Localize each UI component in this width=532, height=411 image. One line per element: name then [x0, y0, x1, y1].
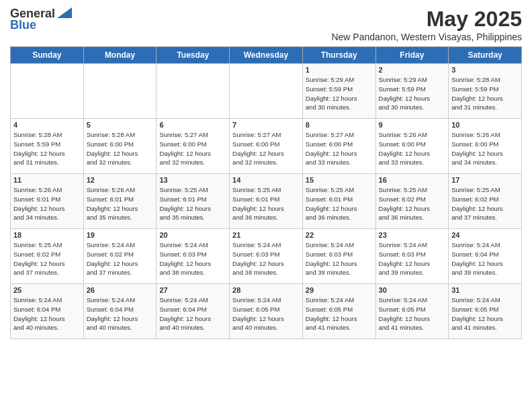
day-number: 10 — [451, 121, 519, 129]
week-row-1: 1Sunrise: 5:29 AM Sunset: 5:59 PM Daylig… — [11, 64, 522, 119]
day-info: Sunrise: 5:26 AM Sunset: 6:00 PM Dayligh… — [451, 130, 519, 167]
day-cell: 15Sunrise: 5:25 AM Sunset: 6:01 PM Dayli… — [302, 174, 375, 229]
day-cell: 26Sunrise: 5:24 AM Sunset: 6:04 PM Dayli… — [83, 284, 157, 339]
calendar-subtitle: New Pandanon, Western Visayas, Philippin… — [331, 32, 522, 42]
day-info: Sunrise: 5:24 AM Sunset: 6:03 PM Dayligh… — [379, 240, 446, 277]
week-row-4: 18Sunrise: 5:25 AM Sunset: 6:02 PM Dayli… — [11, 229, 522, 284]
day-cell: 5Sunrise: 5:28 AM Sunset: 6:00 PM Daylig… — [83, 119, 157, 174]
day-info: Sunrise: 5:25 AM Sunset: 6:02 PM Dayligh… — [451, 185, 519, 222]
day-cell: 1Sunrise: 5:29 AM Sunset: 5:59 PM Daylig… — [302, 64, 375, 119]
day-cell: 7Sunrise: 5:27 AM Sunset: 6:00 PM Daylig… — [230, 119, 303, 174]
logo-icon — [57, 7, 72, 18]
day-cell: 22Sunrise: 5:24 AM Sunset: 6:03 PM Dayli… — [302, 229, 375, 284]
day-number: 4 — [13, 121, 81, 129]
day-number: 15 — [306, 176, 373, 184]
logo-blue: Blue — [10, 18, 36, 32]
day-cell: 9Sunrise: 5:26 AM Sunset: 6:00 PM Daylig… — [375, 119, 449, 174]
day-cell: 11Sunrise: 5:26 AM Sunset: 6:01 PM Dayli… — [11, 174, 84, 229]
title-area: May 2025 New Pandanon, Western Visayas, … — [331, 7, 522, 42]
day-cell: 25Sunrise: 5:24 AM Sunset: 6:04 PM Dayli… — [11, 284, 84, 339]
day-number: 3 — [451, 66, 519, 74]
day-info: Sunrise: 5:27 AM Sunset: 6:00 PM Dayligh… — [306, 130, 373, 167]
day-info: Sunrise: 5:24 AM Sunset: 6:03 PM Dayligh… — [159, 240, 226, 277]
day-number: 27 — [159, 286, 226, 294]
day-cell: 4Sunrise: 5:28 AM Sunset: 5:59 PM Daylig… — [11, 119, 84, 174]
day-cell: 8Sunrise: 5:27 AM Sunset: 6:00 PM Daylig… — [302, 119, 375, 174]
day-cell: 29Sunrise: 5:24 AM Sunset: 6:05 PM Dayli… — [302, 284, 375, 339]
day-cell: 6Sunrise: 5:27 AM Sunset: 6:00 PM Daylig… — [157, 119, 230, 174]
day-cell — [157, 64, 230, 119]
header-wednesday: Wednesday — [230, 47, 303, 64]
day-cell: 14Sunrise: 5:25 AM Sunset: 6:01 PM Dayli… — [230, 174, 303, 229]
day-cell: 18Sunrise: 5:25 AM Sunset: 6:02 PM Dayli… — [11, 229, 84, 284]
day-cell: 30Sunrise: 5:24 AM Sunset: 6:05 PM Dayli… — [375, 284, 449, 339]
day-cell: 21Sunrise: 5:24 AM Sunset: 6:03 PM Dayli… — [230, 229, 303, 284]
header-friday: Friday — [375, 47, 449, 64]
header-thursday: Thursday — [302, 47, 375, 64]
day-cell: 27Sunrise: 5:24 AM Sunset: 6:04 PM Dayli… — [157, 284, 230, 339]
logo: General Blue — [10, 7, 72, 32]
day-cell: 24Sunrise: 5:24 AM Sunset: 6:04 PM Dayli… — [449, 229, 522, 284]
day-cell: 12Sunrise: 5:26 AM Sunset: 6:01 PM Dayli… — [83, 174, 157, 229]
day-number: 25 — [13, 286, 81, 294]
calendar-table: SundayMondayTuesdayWednesdayThursdayFrid… — [10, 46, 522, 339]
page-header: General Blue May 2025 New Pandanon, West… — [10, 7, 522, 42]
day-info: Sunrise: 5:25 AM Sunset: 6:01 PM Dayligh… — [306, 185, 373, 222]
day-info: Sunrise: 5:24 AM Sunset: 6:05 PM Dayligh… — [306, 295, 373, 332]
day-number: 14 — [232, 176, 300, 184]
day-info: Sunrise: 5:28 AM Sunset: 6:00 PM Dayligh… — [87, 130, 154, 167]
day-cell: 31Sunrise: 5:24 AM Sunset: 6:05 PM Dayli… — [449, 284, 522, 339]
day-info: Sunrise: 5:24 AM Sunset: 6:02 PM Dayligh… — [87, 240, 154, 277]
day-number: 22 — [306, 231, 373, 239]
day-number: 24 — [451, 231, 519, 239]
day-number: 29 — [306, 286, 373, 294]
day-cell: 16Sunrise: 5:25 AM Sunset: 6:02 PM Dayli… — [375, 174, 449, 229]
day-number: 9 — [379, 121, 446, 129]
day-info: Sunrise: 5:24 AM Sunset: 6:04 PM Dayligh… — [451, 240, 519, 277]
day-number: 11 — [13, 176, 81, 184]
day-info: Sunrise: 5:24 AM Sunset: 6:04 PM Dayligh… — [13, 295, 81, 332]
svg-marker-0 — [57, 7, 72, 18]
day-info: Sunrise: 5:25 AM Sunset: 6:01 PM Dayligh… — [159, 185, 226, 222]
day-number: 26 — [87, 286, 154, 294]
day-info: Sunrise: 5:29 AM Sunset: 5:59 PM Dayligh… — [306, 75, 373, 112]
day-info: Sunrise: 5:24 AM Sunset: 6:05 PM Dayligh… — [232, 295, 300, 332]
day-number: 7 — [232, 121, 300, 129]
day-cell — [83, 64, 157, 119]
day-info: Sunrise: 5:26 AM Sunset: 6:00 PM Dayligh… — [379, 130, 446, 167]
day-cell: 28Sunrise: 5:24 AM Sunset: 6:05 PM Dayli… — [230, 284, 303, 339]
day-info: Sunrise: 5:25 AM Sunset: 6:01 PM Dayligh… — [232, 185, 300, 222]
header-tuesday: Tuesday — [157, 47, 230, 64]
day-info: Sunrise: 5:26 AM Sunset: 6:01 PM Dayligh… — [87, 185, 154, 222]
day-info: Sunrise: 5:24 AM Sunset: 6:04 PM Dayligh… — [87, 295, 154, 332]
day-number: 18 — [13, 231, 81, 239]
day-cell: 20Sunrise: 5:24 AM Sunset: 6:03 PM Dayli… — [157, 229, 230, 284]
day-info: Sunrise: 5:24 AM Sunset: 6:03 PM Dayligh… — [306, 240, 373, 277]
day-cell: 3Sunrise: 5:28 AM Sunset: 5:59 PM Daylig… — [449, 64, 522, 119]
day-number: 21 — [232, 231, 300, 239]
day-number: 12 — [87, 176, 154, 184]
day-info: Sunrise: 5:29 AM Sunset: 5:59 PM Dayligh… — [379, 75, 446, 112]
day-info: Sunrise: 5:24 AM Sunset: 6:05 PM Dayligh… — [379, 295, 446, 332]
day-cell — [230, 64, 303, 119]
day-info: Sunrise: 5:24 AM Sunset: 6:04 PM Dayligh… — [159, 295, 226, 332]
header-monday: Monday — [83, 47, 157, 64]
day-number: 19 — [87, 231, 154, 239]
day-number: 2 — [379, 66, 446, 74]
day-number: 20 — [159, 231, 226, 239]
day-info: Sunrise: 5:28 AM Sunset: 5:59 PM Dayligh… — [13, 130, 81, 167]
header-sunday: Sunday — [11, 47, 84, 64]
day-info: Sunrise: 5:26 AM Sunset: 6:01 PM Dayligh… — [13, 185, 81, 222]
day-info: Sunrise: 5:27 AM Sunset: 6:00 PM Dayligh… — [159, 130, 226, 167]
day-cell: 2Sunrise: 5:29 AM Sunset: 5:59 PM Daylig… — [375, 64, 449, 119]
day-number: 28 — [232, 286, 300, 294]
day-info: Sunrise: 5:25 AM Sunset: 6:02 PM Dayligh… — [13, 240, 81, 277]
day-number: 8 — [306, 121, 373, 129]
day-info: Sunrise: 5:24 AM Sunset: 6:03 PM Dayligh… — [232, 240, 300, 277]
day-number: 30 — [379, 286, 446, 294]
day-cell: 23Sunrise: 5:24 AM Sunset: 6:03 PM Dayli… — [375, 229, 449, 284]
week-row-2: 4Sunrise: 5:28 AM Sunset: 5:59 PM Daylig… — [11, 119, 522, 174]
day-number: 17 — [451, 176, 519, 184]
day-cell: 13Sunrise: 5:25 AM Sunset: 6:01 PM Dayli… — [157, 174, 230, 229]
week-row-5: 25Sunrise: 5:24 AM Sunset: 6:04 PM Dayli… — [11, 284, 522, 339]
